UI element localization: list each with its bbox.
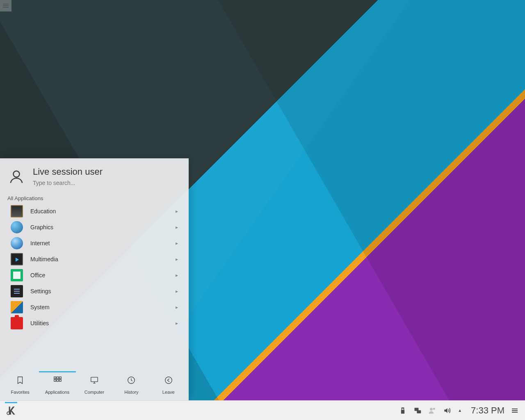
user-avatar-icon (8, 169, 25, 187)
svg-rect-7 (91, 377, 98, 382)
tray-expand-arrow-icon[interactable]: ▲ (456, 408, 463, 413)
tab-applications[interactable]: Applications (39, 371, 76, 395)
category-utilities[interactable]: Utilities ▸ (11, 315, 178, 331)
start-button[interactable] (2, 402, 20, 419)
office-icon (11, 269, 23, 281)
category-label: Utilities (30, 320, 168, 326)
chevron-right-icon: ▸ (176, 288, 178, 294)
category-graphics[interactable]: Graphics ▸ (11, 219, 178, 235)
chevron-right-icon: ▸ (176, 208, 178, 214)
multimedia-icon (11, 253, 23, 265)
svg-rect-3 (59, 377, 61, 379)
settings-icon (11, 285, 23, 297)
utilities-icon (11, 317, 23, 329)
hamburger-icon (3, 4, 9, 8)
category-system[interactable]: System ▸ (11, 299, 178, 315)
tab-favorites[interactable]: Favorites (2, 371, 39, 395)
internet-icon (11, 237, 23, 249)
user-name-label: Live session user (33, 167, 180, 177)
graphics-icon (11, 221, 23, 233)
svg-rect-11 (401, 410, 404, 413)
svg-point-14 (430, 408, 433, 411)
grid-icon (53, 376, 62, 386)
tab-leave[interactable]: Leave (150, 371, 187, 395)
category-label: Education (30, 208, 168, 215)
tab-computer[interactable]: Computer (76, 371, 113, 395)
chevron-right-icon: ▸ (176, 224, 178, 230)
category-label: Graphics (30, 224, 168, 231)
network-icon[interactable] (412, 405, 423, 416)
tab-label: Applications (45, 390, 69, 395)
section-label: All Applications (0, 192, 189, 203)
user-status-icon[interactable] (427, 405, 438, 416)
application-launcher: Live session user All Applications Educa… (0, 158, 189, 400)
svg-point-9 (165, 377, 172, 384)
svg-rect-1 (54, 377, 56, 379)
tab-label: Favorites (11, 390, 30, 395)
svg-point-15 (433, 408, 435, 410)
svg-rect-5 (57, 379, 59, 381)
clock-icon (127, 376, 136, 386)
clock[interactable]: 7:33 PM (467, 405, 509, 416)
leave-icon (164, 376, 173, 386)
launcher-tabs: Favorites Applications Computer History … (0, 364, 189, 400)
desktop-menu-button[interactable] (0, 0, 11, 11)
category-label: System (30, 304, 168, 310)
category-internet[interactable]: Internet ▸ (11, 235, 178, 251)
chevron-right-icon: ▸ (176, 256, 178, 262)
hamburger-icon (512, 409, 518, 413)
tab-label: Computer (84, 390, 104, 395)
svg-rect-4 (54, 379, 56, 381)
category-label: Settings (30, 288, 168, 294)
system-tray: ▲ 7:33 PM (395, 405, 523, 416)
tab-label: History (124, 390, 138, 395)
category-office[interactable]: Office ▸ (11, 267, 178, 283)
kde-logo-icon (6, 405, 16, 416)
svg-rect-13 (417, 410, 421, 413)
bookmark-icon (16, 376, 25, 386)
system-icon (11, 301, 23, 313)
chevron-right-icon: ▸ (176, 272, 178, 278)
tab-label: Leave (162, 390, 175, 395)
category-label: Multimedia (30, 256, 168, 262)
education-icon (11, 205, 23, 217)
category-label: Office (30, 272, 168, 278)
category-label: Internet (30, 240, 168, 247)
category-education[interactable]: Education ▸ (11, 203, 178, 219)
svg-point-0 (14, 171, 20, 177)
taskbar: ▲ 7:33 PM (0, 400, 525, 420)
usb-icon[interactable] (397, 405, 409, 416)
category-settings[interactable]: Settings ▸ (11, 283, 178, 299)
monitor-icon (90, 376, 99, 386)
category-multimedia[interactable]: Multimedia ▸ (11, 251, 178, 267)
chevron-right-icon: ▸ (176, 320, 178, 326)
tab-history[interactable]: History (113, 371, 150, 395)
category-list: Education ▸ Graphics ▸ Internet ▸ Multim… (0, 203, 189, 364)
panel-menu-button[interactable] (512, 409, 520, 413)
volume-icon[interactable] (441, 405, 453, 416)
chevron-right-icon: ▸ (176, 304, 178, 310)
svg-rect-2 (57, 377, 59, 379)
svg-rect-6 (59, 379, 61, 381)
search-input[interactable] (33, 177, 180, 189)
chevron-right-icon: ▸ (176, 240, 178, 246)
